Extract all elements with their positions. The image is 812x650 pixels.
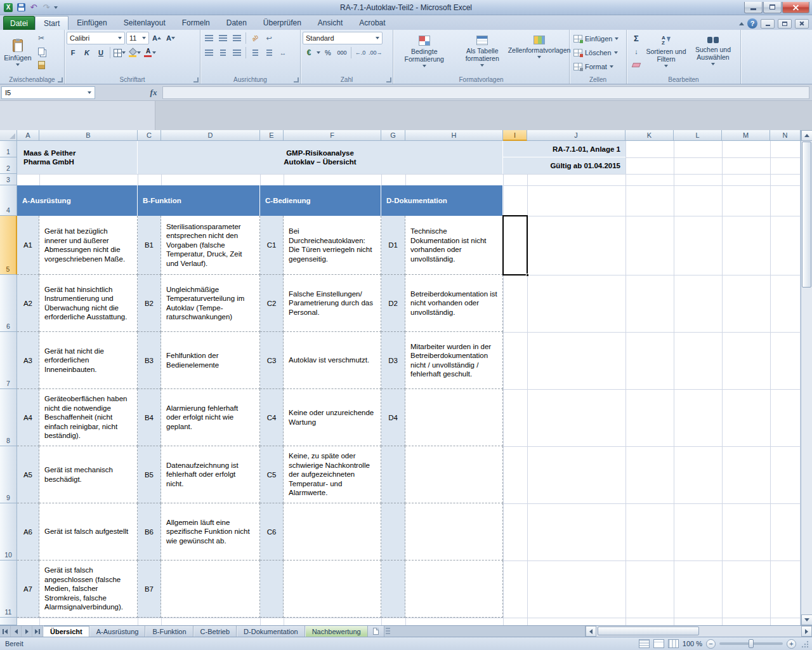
cell-D8[interactable]: Alarmierung fehlerhaft oder erfolgt nich… xyxy=(161,389,260,446)
font-color-button[interactable] xyxy=(143,46,157,59)
row-header-7[interactable]: 7 xyxy=(0,332,17,389)
find-select-button[interactable]: Suchen und Auswählen xyxy=(690,32,737,74)
cell-A8[interactable]: A4 xyxy=(17,389,39,446)
font-size-select[interactable]: 11 xyxy=(126,32,149,44)
row-header-11[interactable]: 11 xyxy=(0,560,17,618)
close-button[interactable] xyxy=(782,2,809,13)
cell-E5[interactable]: C1 xyxy=(260,216,284,275)
cell-B11[interactable]: Gerät ist falsch angeschlossen (falsche … xyxy=(39,560,138,618)
select-all-corner[interactable] xyxy=(0,130,17,141)
cell-B10[interactable]: Gerät ist falsch aufgestellt xyxy=(39,503,138,560)
format-cells-button[interactable]: Format xyxy=(572,60,624,73)
cell-E11[interactable] xyxy=(260,560,284,618)
save-icon[interactable] xyxy=(16,3,26,13)
paste-button[interactable]: Einfügen xyxy=(2,32,34,74)
align-center-button[interactable] xyxy=(216,46,229,59)
workbook-close-button[interactable] xyxy=(795,19,809,29)
font-name-select[interactable]: Calibri xyxy=(67,32,125,44)
column-header-C[interactable]: C xyxy=(138,130,161,141)
sheet-tab-c-betrieb[interactable]: C-Betrieb xyxy=(193,626,237,637)
decrease-decimal-button[interactable] xyxy=(368,46,383,59)
cell-C10[interactable]: B6 xyxy=(138,503,161,560)
fill-color-button[interactable] xyxy=(128,46,141,59)
bold-button[interactable]: F xyxy=(67,46,79,59)
increase-font-button[interactable] xyxy=(150,32,163,44)
minimize-button[interactable] xyxy=(744,2,763,13)
cell-E10[interactable]: C6 xyxy=(260,503,284,560)
column-header-G[interactable]: G xyxy=(381,130,405,141)
tab-formeln[interactable]: Formeln xyxy=(174,16,218,30)
percent-format-button[interactable]: % xyxy=(322,46,334,59)
workbook-minimize-button[interactable] xyxy=(761,19,775,29)
page-layout-view-button[interactable] xyxy=(653,639,664,648)
cell-D5[interactable]: Sterilisationsparameter entsprechen nich… xyxy=(161,216,260,275)
cell-A7[interactable]: A3 xyxy=(17,332,39,389)
selected-cell-I5[interactable] xyxy=(502,215,528,275)
cell-D6[interactable]: Ungleichmäßige Temperaturverteilung im A… xyxy=(161,275,260,332)
cell-B8[interactable]: Geräteoberflächen haben nicht die notwen… xyxy=(39,389,138,446)
horizontal-scrollbar[interactable] xyxy=(585,626,812,637)
previous-sheet-button[interactable] xyxy=(11,626,22,637)
column-header-E[interactable]: E xyxy=(260,130,284,141)
row-header-8[interactable]: 8 xyxy=(0,389,17,446)
cell-styles-button[interactable]: Zellenformatvorlagen xyxy=(511,32,567,74)
last-sheet-button[interactable] xyxy=(32,626,43,637)
cell-F7[interactable]: Autoklav ist verschmutzt. xyxy=(284,332,381,389)
section-header-ausruestung[interactable]: A-Ausrüstung xyxy=(17,185,138,216)
tab-seitenlayout[interactable]: Seitenlayout xyxy=(115,16,174,30)
cell-G8[interactable]: D4 xyxy=(381,389,405,446)
dialog-launcher-icon[interactable] xyxy=(294,77,299,83)
column-header-M[interactable]: M xyxy=(722,130,770,141)
sheet-tab-d-dokumentation[interactable]: D-Dokumentation xyxy=(237,626,305,637)
page-break-view-button[interactable] xyxy=(668,639,679,648)
sheet-tab-b-funktion[interactable]: B-Funktion xyxy=(145,626,193,637)
zoom-out-button[interactable]: − xyxy=(706,639,716,649)
cell-H10[interactable] xyxy=(405,503,503,560)
align-bottom-button[interactable] xyxy=(230,32,243,44)
row-header-4[interactable]: 4 xyxy=(0,185,17,216)
decrease-indent-button[interactable] xyxy=(249,46,261,59)
sheet-tab-uebersicht[interactable]: Übersicht xyxy=(43,625,89,637)
cell-G9[interactable] xyxy=(381,446,405,503)
cell-F6[interactable]: Falsche Einstellungen/ Parametrierung du… xyxy=(284,275,381,332)
align-right-button[interactable] xyxy=(230,46,243,59)
scroll-up-button[interactable] xyxy=(801,130,812,141)
sheet-tab-a-ausruestung[interactable]: A-Ausrüstung xyxy=(89,626,146,637)
formula-input[interactable] xyxy=(162,86,809,99)
doc-ref-cell[interactable]: RA-7.1-01, Anlage 1 xyxy=(503,141,625,157)
vertical-scrollbar[interactable] xyxy=(801,130,812,625)
qat-customize-chevron-icon[interactable] xyxy=(54,6,58,9)
sort-filter-button[interactable]: Sortieren und Filtern xyxy=(643,32,690,74)
autosum-button[interactable]: Σ xyxy=(630,32,643,44)
cell-E7[interactable]: C3 xyxy=(260,332,284,389)
cell-D10[interactable]: Allgemein läuft eine spezifische Funktio… xyxy=(161,503,260,560)
cell-F5[interactable]: Bei Durchreicheautoklaven: Die Türen ver… xyxy=(284,216,381,275)
cell-H6[interactable]: Betreiberdokumentation ist nicht vorhand… xyxy=(405,275,503,332)
cell-E9[interactable]: C5 xyxy=(260,446,284,503)
column-header-F[interactable]: F xyxy=(284,130,381,141)
valid-from-cell[interactable]: Gültig ab 01.04.2015 xyxy=(503,157,625,174)
cell-G6[interactable]: D2 xyxy=(381,275,405,332)
cell-G10[interactable] xyxy=(381,503,405,560)
minimize-ribbon-icon[interactable] xyxy=(739,22,744,25)
scroll-right-button[interactable] xyxy=(801,626,812,637)
company-block[interactable]: Maas & PeitherPharma GmbH xyxy=(17,141,138,174)
cell-F9[interactable]: Keine, zu späte oder schwierige Nachkont… xyxy=(284,446,381,503)
column-header-L[interactable]: L xyxy=(674,130,722,141)
sheet-tab-nachbewertung[interactable]: Nachbewertung xyxy=(305,626,368,637)
align-left-button[interactable] xyxy=(202,46,215,59)
column-header-I[interactable]: I xyxy=(503,130,527,141)
decrease-font-button[interactable] xyxy=(164,32,177,44)
row-header-9[interactable]: 9 xyxy=(0,446,17,503)
undo-icon[interactable] xyxy=(29,3,39,13)
maximize-button[interactable] xyxy=(763,2,782,13)
cell-H9[interactable] xyxy=(405,446,503,503)
redo-icon[interactable] xyxy=(41,3,51,13)
cell-A6[interactable]: A2 xyxy=(17,275,39,332)
scroll-down-button[interactable] xyxy=(801,614,812,625)
dialog-launcher-icon[interactable] xyxy=(386,77,391,83)
cell-B9[interactable]: Gerät ist mechanisch beschädigt. xyxy=(39,446,138,503)
orientation-button[interactable] xyxy=(249,32,261,44)
next-sheet-button[interactable] xyxy=(22,626,32,637)
horizontal-scroll-thumb[interactable] xyxy=(598,627,699,635)
